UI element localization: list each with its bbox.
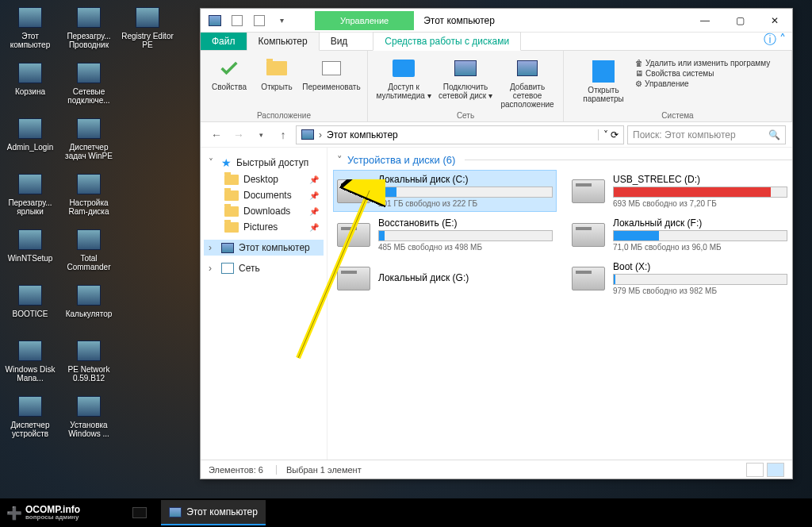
nav-quick-item[interactable]: Pictures📌 bbox=[204, 219, 324, 235]
app-icon bbox=[76, 338, 102, 364]
ribbon-open-button[interactable]: Открыть bbox=[255, 54, 299, 93]
search-input[interactable]: Поиск: Этот компьютер 🔍 bbox=[627, 125, 786, 144]
nav-quick-access[interactable]: ˅ ★ Быстрый доступ bbox=[204, 154, 324, 171]
drive-item[interactable]: Локальный диск (C:)201 ГБ свободно из 22… bbox=[334, 171, 556, 211]
desktop-icon[interactable]: Настройка Ram-диска bbox=[62, 170, 116, 224]
rename-icon bbox=[319, 56, 344, 81]
ribbon-properties-button[interactable]: Свойства bbox=[207, 54, 251, 93]
contextual-tab-header: Управление bbox=[315, 11, 414, 30]
desktop-icon[interactable]: Калькулятор bbox=[62, 281, 116, 335]
uninstall-icon: 🗑 bbox=[635, 59, 643, 67]
app-icon bbox=[17, 227, 43, 252]
address-dropdown-icon[interactable]: ˅ ⟳ bbox=[598, 129, 619, 140]
taskbar-cmd-button[interactable] bbox=[124, 500, 155, 525]
ribbon-add-location-button[interactable]: Добавить сетевое расположение bbox=[498, 54, 557, 110]
tab-computer[interactable]: Компьютер bbox=[247, 32, 320, 51]
drive-item[interactable]: Локальный диск (G:) bbox=[334, 258, 556, 298]
tab-file[interactable]: Файл bbox=[201, 33, 247, 50]
app-icon bbox=[205, 12, 224, 29]
desktop-icon[interactable]: Перезагру... Проводник bbox=[62, 3, 116, 57]
nav-quick-item[interactable]: Downloads📌 bbox=[204, 203, 324, 219]
folder-icon bbox=[224, 175, 239, 185]
pin-icon: 📌 bbox=[309, 175, 319, 184]
pc-icon bbox=[301, 129, 314, 140]
capacity-bar bbox=[378, 187, 553, 198]
desktop-icon[interactable]: Windows Disk Mana... bbox=[3, 337, 57, 390]
ribbon-uninstall-link[interactable]: 🗑Удалить или изменить программу bbox=[635, 59, 770, 67]
content-pane: ˅ Устройства и диски (6) Локальный диск … bbox=[327, 148, 792, 460]
drive-item[interactable]: Восстановить (E:)485 МБ свободно из 498 … bbox=[334, 214, 556, 255]
status-bar: Элементов: 6 Выбран 1 элемент bbox=[201, 460, 792, 479]
ribbon-settings-button[interactable]: Открыть параметры bbox=[578, 57, 629, 105]
desktop-icon[interactable]: Этот компьютер bbox=[3, 3, 57, 57]
capacity-bar bbox=[378, 230, 553, 241]
tab-view[interactable]: Вид bbox=[320, 33, 359, 50]
group-header-devices[interactable]: ˅ Устройства и диски (6) bbox=[334, 154, 792, 166]
ribbon-group-location: Свойства Открыть Переименовать Расположе… bbox=[201, 51, 368, 121]
nav-this-pc[interactable]: › Этот компьютер bbox=[204, 240, 324, 256]
view-tiles-button[interactable] bbox=[767, 463, 784, 477]
nav-quick-item[interactable]: Desktop📌 bbox=[204, 171, 324, 187]
desktop-icon[interactable]: Диспетчер устройств bbox=[3, 392, 57, 446]
app-icon bbox=[76, 116, 102, 141]
manage-icon: ⚙ bbox=[635, 79, 642, 88]
desktop-icon[interactable]: Registry Editor PE bbox=[121, 3, 174, 57]
desktop-icon[interactable]: Admin_Login bbox=[3, 114, 57, 168]
up-button[interactable]: ↑ bbox=[274, 125, 293, 144]
qat-btn[interactable] bbox=[250, 12, 269, 29]
chevron-right-icon: › bbox=[209, 263, 216, 274]
address-bar[interactable]: › Этот компьютер ˅ ⟳ bbox=[296, 125, 624, 144]
folder-open-icon bbox=[264, 56, 289, 81]
pin-icon: 📌 bbox=[309, 191, 319, 200]
desktop-icon[interactable]: PE Network 0.59.B12 bbox=[62, 337, 116, 390]
ribbon-media-access-button[interactable]: Доступ к мультимедиа ▾ bbox=[374, 54, 433, 102]
recent-dropdown[interactable]: ▾ bbox=[251, 125, 270, 144]
forward-button[interactable]: → bbox=[229, 125, 248, 144]
app-icon bbox=[135, 5, 160, 30]
drive-icon bbox=[337, 223, 370, 247]
ribbon-map-drive-button[interactable]: Подключить сетевой диск ▾ bbox=[436, 54, 495, 102]
desktop-icon[interactable]: Перезагру... ярлыки bbox=[3, 170, 57, 224]
close-button[interactable]: ✕ bbox=[757, 9, 792, 32]
ribbon: Свойства Открыть Переименовать Расположе… bbox=[201, 51, 792, 122]
desktop-icons-grid: Этот компьютерПерезагру... ПроводникRegi… bbox=[0, 0, 181, 449]
qat-dropdown[interactable]: ▾ bbox=[272, 12, 291, 29]
maximize-button[interactable]: ▢ bbox=[722, 9, 757, 32]
desktop-icon[interactable]: BOOTICE bbox=[3, 281, 57, 335]
desktop-icon[interactable]: Установка Windows ... bbox=[62, 392, 116, 446]
capacity-bar bbox=[613, 274, 787, 285]
nav-network[interactable]: › Сеть bbox=[204, 260, 324, 276]
add-location-icon bbox=[515, 56, 540, 81]
drive-icon bbox=[337, 179, 370, 203]
pin-icon: 📌 bbox=[309, 207, 319, 216]
folder-icon bbox=[224, 222, 239, 233]
gear-icon bbox=[591, 59, 616, 84]
drive-item[interactable]: USB_STRELEC (D:)693 МБ свободно из 7,20 … bbox=[569, 171, 791, 211]
desktop-icon[interactable]: Корзина bbox=[3, 59, 57, 113]
tab-drive-tools[interactable]: Средства работы с дисками bbox=[373, 32, 521, 51]
app-icon bbox=[17, 5, 43, 30]
drive-item[interactable]: Локальный диск (F:)71,0 МБ свободно из 9… bbox=[569, 214, 791, 255]
desktop-icon[interactable]: Диспетчер задач WinPE bbox=[62, 114, 116, 168]
titlebar: ▾ Управление Этот компьютер — ▢ ✕ bbox=[201, 9, 792, 33]
ribbon-manage-link[interactable]: ⚙Управление bbox=[635, 79, 770, 88]
ribbon-rename-button[interactable]: Переименовать bbox=[302, 54, 361, 93]
ribbon-sysprops-link[interactable]: 🖥Свойства системы bbox=[635, 69, 770, 78]
ribbon-collapse-icon[interactable]: ⓘ ˄ bbox=[757, 30, 792, 50]
minimize-button[interactable]: — bbox=[688, 9, 722, 32]
watermark-logo: ➕ OCOMP.info вопросы админу bbox=[6, 505, 80, 521]
desktop-icon[interactable]: WinNTSetup bbox=[3, 225, 57, 279]
drive-icon bbox=[572, 223, 605, 247]
view-details-button[interactable] bbox=[746, 463, 764, 477]
nav-quick-item[interactable]: Documents📌 bbox=[204, 187, 324, 203]
cmd-icon bbox=[132, 507, 147, 518]
explorer-body: ˅ ★ Быстрый доступ Desktop📌Documents📌Dow… bbox=[201, 148, 792, 460]
back-button[interactable]: ← bbox=[207, 125, 226, 144]
drive-item[interactable]: Boot (X:)979 МБ свободно из 982 МБ bbox=[569, 258, 791, 298]
desktop-icon[interactable]: Сетевые подключе... bbox=[62, 59, 116, 113]
desktop-icon[interactable]: Total Commander bbox=[62, 225, 116, 279]
qat-btn[interactable] bbox=[228, 12, 247, 29]
ribbon-group-network: Доступ к мультимедиа ▾ Подключить сетево… bbox=[368, 51, 564, 121]
app-icon bbox=[76, 5, 102, 30]
taskbar-explorer-button[interactable]: Этот компьютер bbox=[161, 500, 266, 525]
